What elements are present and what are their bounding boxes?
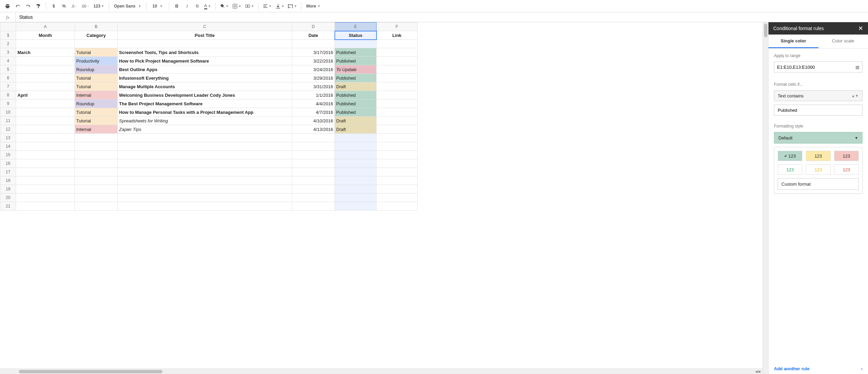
custom-format-button[interactable]: Custom format bbox=[778, 178, 859, 190]
condition-select[interactable]: Text contains ▲▼ bbox=[774, 90, 863, 101]
cell-E3[interactable]: Published bbox=[335, 48, 377, 57]
row-header-5[interactable]: 5 bbox=[0, 65, 16, 74]
cell-B9[interactable]: Roundup bbox=[75, 99, 118, 108]
cell-C21[interactable] bbox=[118, 202, 292, 211]
cell-D6[interactable]: 3/29/2016 bbox=[292, 74, 335, 82]
cell-A5[interactable] bbox=[16, 65, 75, 74]
cell-B1[interactable]: Category bbox=[75, 31, 118, 40]
fill-color-button[interactable]: ▼ bbox=[218, 1, 230, 11]
cell-F5[interactable] bbox=[377, 65, 418, 74]
italic-button[interactable]: I bbox=[182, 1, 192, 11]
decrease-decimal-button[interactable]: .0← bbox=[69, 1, 79, 11]
cell-F9[interactable] bbox=[377, 99, 418, 108]
cell-C4[interactable]: How to Pick Project Management Software bbox=[118, 57, 292, 65]
swatch-red-text[interactable]: 123 bbox=[834, 164, 859, 175]
cell-C18[interactable] bbox=[118, 176, 292, 185]
cell-F10[interactable] bbox=[377, 108, 418, 117]
cell-F15[interactable] bbox=[377, 151, 418, 159]
cell-B14[interactable] bbox=[75, 142, 118, 151]
cell-C15[interactable] bbox=[118, 151, 292, 159]
cell-E10[interactable]: Published bbox=[335, 108, 377, 117]
cell-B18[interactable] bbox=[75, 176, 118, 185]
cell-A9[interactable] bbox=[16, 99, 75, 108]
cell-E6[interactable]: Published bbox=[335, 74, 377, 82]
cell-E19[interactable] bbox=[335, 185, 377, 193]
row-header-13[interactable]: 13 bbox=[0, 134, 16, 142]
cell-B17[interactable] bbox=[75, 168, 118, 176]
cell-D17[interactable] bbox=[292, 168, 335, 176]
cell-C8[interactable]: Welcoming Business Development Leader Co… bbox=[118, 91, 292, 99]
cell-E8[interactable]: Published bbox=[335, 91, 377, 99]
cell-F16[interactable] bbox=[377, 159, 418, 168]
cell-B7[interactable]: Tutorial bbox=[75, 82, 118, 91]
cell-E1[interactable]: Status bbox=[335, 31, 377, 40]
cell-D5[interactable]: 3/24/2016 bbox=[292, 65, 335, 74]
cell-A4[interactable] bbox=[16, 57, 75, 65]
row-header-10[interactable]: 10 bbox=[0, 108, 16, 117]
cell-B10[interactable]: Tutorial bbox=[75, 108, 118, 117]
cell-A12[interactable] bbox=[16, 125, 75, 134]
close-icon[interactable]: ✕ bbox=[858, 25, 863, 32]
vertical-scrollbar[interactable] bbox=[763, 22, 768, 374]
print-icon[interactable] bbox=[3, 1, 12, 11]
cell-F14[interactable] bbox=[377, 142, 418, 151]
cell-F6[interactable] bbox=[377, 74, 418, 82]
cell-F3[interactable] bbox=[377, 48, 418, 57]
cell-A19[interactable] bbox=[16, 185, 75, 193]
select-all-corner[interactable] bbox=[0, 23, 16, 31]
cell-C17[interactable] bbox=[118, 168, 292, 176]
cell-E16[interactable] bbox=[335, 159, 377, 168]
cell-D3[interactable]: 3/17/2016 bbox=[292, 48, 335, 57]
cell-A17[interactable] bbox=[16, 168, 75, 176]
cell-D21[interactable] bbox=[292, 202, 335, 211]
cell-A15[interactable] bbox=[16, 151, 75, 159]
row-header-6[interactable]: 6 bbox=[0, 74, 16, 82]
cell-C2[interactable] bbox=[118, 40, 292, 48]
scrollbar-thumb[interactable] bbox=[19, 370, 162, 373]
cell-E11[interactable]: Draft bbox=[335, 117, 377, 125]
row-header-18[interactable]: 18 bbox=[0, 176, 16, 185]
cell-A11[interactable] bbox=[16, 117, 75, 125]
cell-F4[interactable] bbox=[377, 57, 418, 65]
cell-C11[interactable]: Spreadsheets for Writing bbox=[118, 117, 292, 125]
range-input[interactable]: ▦ bbox=[774, 62, 863, 72]
row-header-8[interactable]: 8 bbox=[0, 91, 16, 99]
row-header-15[interactable]: 15 bbox=[0, 151, 16, 159]
column-header-A[interactable]: A bbox=[16, 23, 75, 31]
cell-B11[interactable]: Tutorial bbox=[75, 117, 118, 125]
undo-icon[interactable] bbox=[13, 1, 23, 11]
cell-E12[interactable]: Draft bbox=[335, 125, 377, 134]
spreadsheet-grid[interactable]: ABCDEF1MonthCategoryPost TitleDateStatus… bbox=[0, 22, 418, 211]
row-header-16[interactable]: 16 bbox=[0, 159, 16, 168]
cell-C5[interactable]: Best Outline Apps bbox=[118, 65, 292, 74]
cell-D2[interactable] bbox=[292, 40, 335, 48]
text-color-button[interactable]: A▼ bbox=[203, 1, 212, 11]
cell-D10[interactable]: 4/7/2016 bbox=[292, 108, 335, 117]
bold-button[interactable]: B bbox=[172, 1, 182, 11]
cell-B13[interactable] bbox=[75, 134, 118, 142]
cell-C14[interactable] bbox=[118, 142, 292, 151]
cell-A1[interactable]: Month bbox=[16, 31, 75, 40]
cell-B20[interactable] bbox=[75, 193, 118, 202]
cell-D16[interactable] bbox=[292, 159, 335, 168]
cell-B5[interactable]: Roundup bbox=[75, 65, 118, 74]
cell-F19[interactable] bbox=[377, 185, 418, 193]
swatch-red-fill[interactable]: 123 bbox=[834, 151, 859, 161]
cell-A20[interactable] bbox=[16, 193, 75, 202]
cell-C3[interactable]: Screenshot Tools, Tips and Shortcuts bbox=[118, 48, 292, 57]
cell-A8[interactable]: April bbox=[16, 91, 75, 99]
scroll-right-icon[interactable]: ▶ bbox=[759, 370, 761, 373]
row-header-3[interactable]: 3 bbox=[0, 48, 16, 57]
horizontal-scrollbar[interactable]: ◀▶ bbox=[0, 369, 763, 374]
cell-A2[interactable] bbox=[16, 40, 75, 48]
column-header-C[interactable]: C bbox=[118, 23, 292, 31]
cell-E18[interactable] bbox=[335, 176, 377, 185]
cell-F17[interactable] bbox=[377, 168, 418, 176]
cell-D7[interactable]: 3/31/2016 bbox=[292, 82, 335, 91]
font-size-select[interactable]: 10▼ bbox=[149, 1, 166, 11]
cell-B16[interactable] bbox=[75, 159, 118, 168]
row-header-4[interactable]: 4 bbox=[0, 57, 16, 65]
cell-A13[interactable] bbox=[16, 134, 75, 142]
cell-A18[interactable] bbox=[16, 176, 75, 185]
tab-color-scale[interactable]: Color scale bbox=[818, 35, 868, 48]
